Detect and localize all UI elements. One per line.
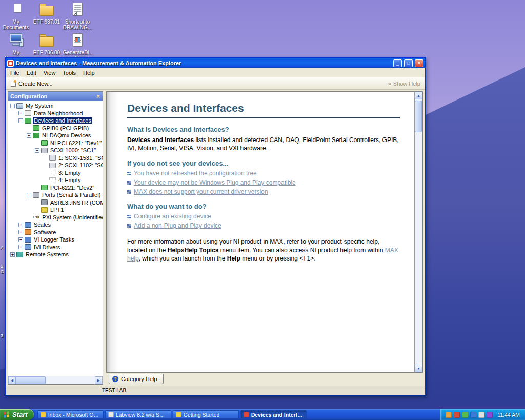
- scroll-thumb[interactable]: [16, 376, 46, 384]
- desktop-icon-shortcut-to-drawing[interactable]: ↗Shortcut to DRAWING...: [63, 2, 92, 30]
- tree-item-pci-6221-dev2[interactable]: PCI-6221: "Dev2": [8, 184, 103, 192]
- tree-item-data-neighborhood[interactable]: +Data Neighborhood: [8, 110, 103, 117]
- tree-item-2-scxi-1102-scxi-s[interactable]: 2: SCXI-1102: "SCXI-S: [8, 162, 103, 169]
- tree-item-label: SCXI-1000: "SC1": [49, 147, 97, 153]
- tree-item-gpib0-pci-gpib[interactable]: GPIB0 (PCI-GPIB): [8, 125, 103, 132]
- taskbar-task-inbox-microsoft-outlook[interactable]: Inbox - Microsoft Outlook: [37, 410, 104, 419]
- scroll-down-icon[interactable]: ▼: [415, 365, 422, 372]
- tree-item-devices-and-interfaces[interactable]: −Devices and Interfaces: [8, 117, 103, 125]
- maximize-button[interactable]: □: [404, 59, 413, 67]
- tree-item-scxi-1000-sc1[interactable]: −SCXI-1000: "SC1": [8, 147, 103, 154]
- scroll-up-icon[interactable]: ▲: [415, 92, 422, 99]
- plus-toggle-icon[interactable]: +: [18, 230, 23, 234]
- taskbar-task-getting-started[interactable]: Getting Started: [173, 410, 239, 419]
- help-title: Devices and Interfaces: [127, 102, 400, 114]
- help-vertical-scrollbar[interactable]: ▲ ▼: [414, 92, 422, 372]
- tree-item-remote-systems[interactable]: +Remote Systems: [8, 251, 103, 258]
- minimize-button[interactable]: _: [393, 59, 402, 67]
- tree-item-software[interactable]: +Software: [8, 229, 103, 236]
- close-button[interactable]: ✕: [415, 59, 423, 67]
- minus-toggle-icon[interactable]: −: [10, 104, 15, 108]
- tray-icon-3[interactable]: [462, 412, 468, 418]
- collapse-chevron-icon[interactable]: «: [96, 95, 102, 98]
- tray-icon-1[interactable]: [446, 412, 452, 418]
- tree-item-asrl3-instr-com3[interactable]: ASRL3::INSTR (COM3): [8, 199, 103, 207]
- menu-tools[interactable]: Tools: [59, 69, 79, 77]
- plus-toggle-icon[interactable]: +: [18, 237, 23, 242]
- tray-icon-6[interactable]: [487, 412, 493, 418]
- plus-toggle-icon[interactable]: +: [18, 223, 23, 227]
- more-info-bold: Help»Help Topics: [168, 247, 219, 254]
- tree-item-label: 4: Empty: [57, 177, 82, 183]
- tree-item-label: GPIB0 (PCI-GPIB): [41, 125, 90, 131]
- tree-horizontal-scrollbar[interactable]: ◀ ▶: [8, 376, 103, 384]
- link-configure-an-existing-device[interactable]: Configure an existing device: [134, 213, 211, 220]
- scroll-right-icon[interactable]: ▶: [95, 376, 103, 384]
- tree-item-pxi-system-unidentified[interactable]: PXIPXI System (Unidentified): [8, 214, 103, 222]
- tree-item-3-empty[interactable]: 3: Empty: [8, 169, 103, 177]
- menu-bar: FileEditViewToolsHelp: [6, 68, 425, 77]
- tray-icon-5[interactable]: [478, 412, 484, 418]
- title-rule: [127, 117, 400, 118]
- tree-item-ni-daqmx-devices[interactable]: −NI-DAQmx Devices: [8, 132, 103, 139]
- daqmx-icon: [33, 133, 39, 138]
- tree-item-ports-serial-parallel[interactable]: −Ports (Serial & Parallel): [8, 191, 103, 199]
- configuration-header[interactable]: Configuration «: [8, 92, 103, 101]
- desktop-icon-my-computer[interactable]: My Computer: [1, 32, 31, 61]
- more-info-text: menu or by pressing <F1>.: [240, 255, 316, 262]
- minus-toggle-icon[interactable]: −: [27, 133, 31, 138]
- show-help-button[interactable]: » Show Help: [388, 81, 422, 87]
- desktop-icon-my-documents[interactable]: My Documents: [1, 2, 31, 30]
- scroll-left-icon[interactable]: ◀: [8, 376, 16, 384]
- tree-item-1-scxi-1531-scxi-s[interactable]: 1: SCXI-1531: "SCXI-S: [8, 154, 103, 162]
- scroll-thumb[interactable]: [415, 101, 422, 132]
- scroll-track[interactable]: [16, 376, 95, 384]
- scales-icon: [25, 222, 31, 228]
- link-max-does-not-support-your-current-[interactable]: MAX does not support your current driver…: [134, 188, 268, 195]
- plus-toggle-icon[interactable]: +: [18, 111, 23, 115]
- help-link-row: Configure an existing device: [127, 213, 400, 220]
- tree-item-scales[interactable]: +Scales: [8, 221, 103, 229]
- desktop-edge-label: 3: [1, 333, 3, 338]
- desktop-icon-generatedi-1-vi[interactable]: GenerateDi... 1.vi: [63, 32, 92, 61]
- tree-item-my-system[interactable]: −My System: [8, 102, 103, 110]
- minus-toggle-icon[interactable]: −: [18, 118, 23, 123]
- category-help-tab[interactable]: ? Category Help: [109, 374, 164, 384]
- what-is-heading: What is Devices and Interfaces?: [127, 126, 400, 133]
- create-new-button[interactable]: Create New...: [8, 79, 57, 88]
- tray-icon-4[interactable]: [470, 412, 476, 418]
- what-to-do-heading: What do you want to do?: [127, 203, 400, 210]
- desktop-icon-label: My Documents: [1, 19, 31, 30]
- minus-toggle-icon[interactable]: −: [27, 193, 31, 197]
- menu-edit[interactable]: Edit: [23, 69, 40, 77]
- tray-icon-2[interactable]: [454, 412, 460, 418]
- menu-help[interactable]: Help: [79, 69, 98, 77]
- start-button[interactable]: Start: [0, 409, 34, 420]
- shortcut-file-icon: ↗: [69, 2, 86, 18]
- menu-file[interactable]: File: [7, 69, 23, 77]
- taskbar-task-labview-8-2-w-a-scx1-1[interactable]: Labview 8.2 w/a SCX1-1...: [105, 410, 171, 419]
- plus-toggle-icon[interactable]: +: [10, 252, 15, 257]
- minus-toggle-icon[interactable]: −: [35, 148, 39, 153]
- desktop-icon-etf-687-01[interactable]: ETF 687.01: [32, 2, 62, 25]
- scroll-track[interactable]: [415, 99, 422, 365]
- desktop-icon-etf-706-00[interactable]: ETF 706.00: [32, 32, 62, 55]
- link-you-have-not-refreshed-the-configu[interactable]: You have not refreshed the configuration…: [134, 170, 257, 177]
- windows-flag-icon: [4, 411, 10, 418]
- menu-view[interactable]: View: [40, 69, 59, 77]
- link-add-a-non-plug-and-play-device[interactable]: Add a non-Plug and Play device: [134, 222, 221, 229]
- taskbar: Start Inbox - Microsoft OutlookLabview 8…: [0, 409, 525, 420]
- tree-item-lpt1[interactable]: LPT1: [8, 206, 103, 214]
- taskbar-task-devices-and-interfac[interactable]: Devices and Interfac...: [240, 410, 307, 419]
- tree-item-ivi-drivers[interactable]: +IVI Drivers: [8, 244, 103, 251]
- tree-item-ni-pci-6221-dev1[interactable]: NI PCI-6221: "Dev1": [8, 139, 103, 147]
- title-bar[interactable]: Devices and Interfaces - Measurement & A…: [6, 58, 425, 68]
- task-label: Labview 8.2 w/a SCX1-1...: [116, 412, 168, 418]
- bullet-icon: [127, 215, 129, 216]
- plus-toggle-icon[interactable]: +: [18, 245, 23, 249]
- tree-item-4-empty[interactable]: 4: Empty: [8, 176, 103, 184]
- tree-item-vi-logger-tasks[interactable]: +VI Logger Tasks: [8, 236, 103, 244]
- link-your-device-may-not-be-windows-plu[interactable]: Your device may not be Windows Plug and …: [134, 179, 296, 186]
- taskbar-clock[interactable]: 11:44 AM: [497, 412, 520, 418]
- desktop-edge-label: A: [1, 245, 4, 250]
